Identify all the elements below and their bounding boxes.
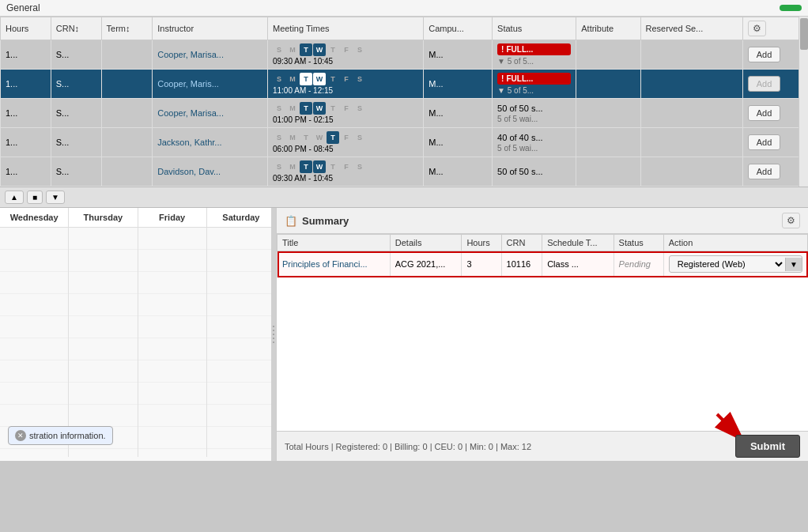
sum-col-hours: Hours: [462, 235, 501, 251]
cell-instructor[interactable]: Cooper, Marisa...: [153, 40, 268, 70]
summary-header: 📋 Summary ⚙: [277, 208, 808, 234]
footer-bar: Total Hours | Registered: 0 | Billing: 0…: [277, 431, 808, 461]
col-header-hours: Hours: [1, 17, 51, 40]
cell-reserved: [640, 157, 742, 187]
nav-up-button[interactable]: ▲: [5, 191, 24, 204]
add-button[interactable]: Add: [748, 164, 781, 179]
sum-col-title: Title: [278, 235, 391, 251]
cell-hours: 1...: [1, 128, 51, 157]
cell-crn: S...: [51, 157, 101, 187]
sum-cell-details: ACG 2021,...: [390, 251, 462, 277]
cell-meeting-times: SMTWTFS 01:00 PM - 02:15: [267, 99, 423, 128]
cell-term: [101, 99, 153, 128]
summary-row[interactable]: Principles of Financi...ACG 2021,...3101…: [278, 251, 808, 277]
cell-hours: 1...: [1, 40, 51, 70]
add-button[interactable]: Add: [748, 47, 781, 62]
cell-attribute: [576, 99, 640, 128]
cell-campus: M...: [424, 99, 493, 128]
cell-crn: S...: [51, 40, 101, 70]
cell-status: 40 of 40 s...5 of 5 wai...: [493, 128, 576, 157]
cell-meeting-times: SMTWTFS 09:30 AM - 10:45: [267, 40, 423, 70]
calendar-pane: WednesdayThursdayFridaySaturday ✕ strati…: [0, 208, 277, 461]
cell-status: !FULL...▼ 5 of 5...: [493, 70, 576, 99]
cell-meeting-times: SMTWTFS 09:30 AM - 10:45: [267, 157, 423, 187]
calendar-day-header: Wednesday: [0, 208, 69, 227]
tooltip-text: stration information.: [29, 431, 106, 440]
sum-col-status: Status: [614, 235, 663, 251]
action-dropdown[interactable]: Registered (Web): [670, 256, 785, 272]
cell-reserved: [640, 70, 742, 99]
col-header-meeting-times: Meeting Times: [267, 17, 423, 40]
col-header-reserved-seats: Reserved Se...: [640, 17, 742, 40]
table-row[interactable]: 1...S...Jackson, Kathr...SMTWTFS 06:00 P…: [1, 128, 808, 157]
table-row[interactable]: 1...S...Davidson, Dav...SMTWTFS 09:30 AM…: [1, 157, 808, 187]
course-table: Hours CRN↕ Term↕ Instructor Meeting Time…: [0, 17, 808, 187]
resize-handle[interactable]: [271, 208, 276, 461]
cell-term: [101, 70, 153, 99]
col-header-status: Status: [493, 17, 576, 40]
summary-pane: 📋 Summary ⚙ Title Details Hours CRN Sche…: [277, 208, 808, 461]
table-row[interactable]: 1...S...Cooper, Marisa...SMTWTFS 01:00 P…: [1, 99, 808, 128]
sum-cell-title[interactable]: Principles of Financi...: [278, 251, 391, 277]
col-header-crn[interactable]: CRN↕: [51, 17, 101, 40]
cell-instructor[interactable]: Cooper, Maris...: [153, 70, 268, 99]
calendar-day-header: Saturday: [207, 208, 276, 227]
col-header-attribute: Attribute: [576, 17, 640, 40]
cell-meeting-times: SMTWTFS 11:00 AM - 12:15: [267, 70, 423, 99]
sum-col-action: Action: [663, 235, 807, 251]
cell-campus: M...: [424, 40, 493, 70]
cell-term: [101, 157, 153, 187]
scrollbar-thumb: [800, 18, 808, 50]
nav-center-button[interactable]: ■: [27, 191, 43, 204]
cell-instructor[interactable]: Cooper, Marisa...: [153, 99, 268, 128]
bottom-section: WednesdayThursdayFridaySaturday ✕ strati…: [0, 208, 808, 461]
add-button[interactable]: Add: [748, 105, 781, 121]
tooltip-box: ✕ stration information.: [8, 426, 113, 445]
summary-settings-button[interactable]: ⚙: [782, 213, 800, 228]
add-button-disabled: Add: [748, 76, 781, 92]
sum-col-schedule: Schedule T...: [542, 235, 614, 251]
sum-col-crn: CRN: [501, 235, 542, 251]
cell-instructor[interactable]: Jackson, Kathr...: [153, 128, 268, 157]
footer-text: Total Hours | Registered: 0 | Billing: 0…: [285, 442, 531, 451]
course-table-section: Hours CRN↕ Term↕ Instructor Meeting Time…: [0, 17, 808, 187]
table-row[interactable]: 1...S...Cooper, Marisa...SMTWTFS 09:30 A…: [1, 40, 808, 70]
cell-status: 50 of 50 s...5 of 5 wai...: [493, 99, 576, 128]
cell-crn: S...: [51, 128, 101, 157]
cell-term: [101, 40, 153, 70]
tooltip-close-button[interactable]: ✕: [15, 430, 26, 441]
cell-attribute: [576, 40, 640, 70]
summary-table-container: Title Details Hours CRN Schedule T... St…: [277, 234, 808, 431]
sum-cell-status: Pending: [614, 251, 663, 277]
calendar-column: [207, 228, 276, 457]
calendar-day-header: Thursday: [69, 208, 138, 227]
cell-hours: 1...: [1, 70, 51, 99]
cell-status: 50 of 50 s...: [493, 157, 576, 187]
cell-reserved: [640, 40, 742, 70]
cell-status: !FULL...▼ 5 of 5...: [493, 40, 576, 70]
col-header-term[interactable]: Term↕: [101, 17, 153, 40]
calendar-column: [0, 228, 69, 457]
dropdown-arrow-icon: ▼: [785, 258, 802, 271]
table-settings-button[interactable]: ⚙: [748, 21, 766, 36]
sum-cell-hours: 3: [462, 251, 501, 277]
cell-attribute: [576, 157, 640, 187]
cell-campus: M...: [424, 157, 493, 187]
add-button[interactable]: Add: [748, 134, 781, 150]
table-row[interactable]: 1...S...Cooper, Maris...SMTWTFS 11:00 AM…: [1, 70, 808, 99]
calendar-column: [69, 228, 138, 457]
section-title: General: [6, 2, 40, 13]
sum-cell-action[interactable]: Registered (Web)▼: [663, 251, 807, 277]
nav-down-button[interactable]: ▼: [46, 191, 65, 204]
cell-attribute: [576, 70, 640, 99]
col-header-campus: Campu...: [424, 17, 493, 40]
table-scrollbar[interactable]: [799, 17, 808, 187]
cell-reserved: [640, 99, 742, 128]
cell-hours: 1...: [1, 157, 51, 187]
cell-crn: S...: [51, 99, 101, 128]
calendar-body: [0, 228, 276, 457]
summary-table: Title Details Hours CRN Schedule T... St…: [277, 234, 808, 277]
submit-button[interactable]: Submit: [735, 435, 800, 458]
green-action-button[interactable]: [780, 5, 802, 11]
cell-instructor[interactable]: Davidson, Dav...: [153, 157, 268, 187]
